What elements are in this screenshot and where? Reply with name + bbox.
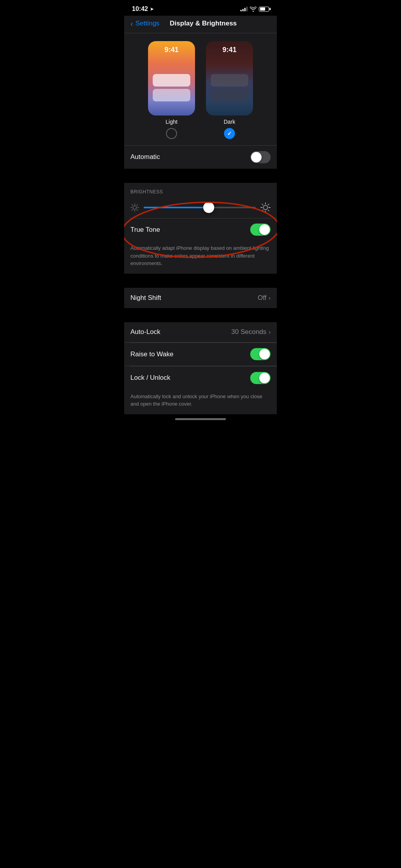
page-title: Display & Brightness (136, 20, 271, 27)
brightness-block: BRIGHTNESS (124, 183, 277, 242)
status-time: 10:42 ➤ (132, 5, 154, 13)
signal-strength (240, 7, 247, 11)
true-tone-toggle[interactable] (250, 224, 271, 236)
checkmark-icon: ✓ (227, 130, 232, 137)
auto-lock-chevron-icon: › (269, 329, 271, 335)
svg-line-15 (268, 210, 269, 211)
raise-to-wake-toggle-thumb (259, 349, 270, 359)
section-gap-2 (124, 274, 277, 288)
light-mode-label: Light (166, 119, 177, 125)
light-mode-preview: 9:41 (148, 41, 195, 115)
night-shift-chevron-icon: › (269, 295, 271, 301)
wifi-icon (250, 7, 256, 12)
lock-unlock-description: Automatically lock and unlock your iPhon… (124, 390, 277, 414)
battery-fill (260, 7, 266, 11)
auto-lock-label: Auto-Lock (130, 328, 161, 336)
brightness-section-label: BRIGHTNESS (124, 186, 277, 199)
true-tone-row: True Tone (124, 218, 277, 241)
automatic-toggle-thumb (251, 152, 262, 162)
home-bar (175, 418, 226, 420)
brightness-slider-thumb[interactable] (203, 202, 214, 213)
signal-bar-1 (240, 10, 242, 11)
automatic-row: Automatic (124, 146, 277, 169)
lock-section: Auto-Lock 30 Seconds › Raise to Wake Loc… (124, 322, 277, 390)
battery-icon (259, 7, 269, 12)
svg-line-6 (137, 209, 137, 210)
light-widget-2 (153, 89, 190, 101)
signal-bar-3 (244, 8, 246, 11)
dark-mode-widgets (211, 74, 248, 104)
brightness-slider[interactable] (144, 207, 256, 208)
brightness-min-icon (130, 203, 139, 212)
brightness-slider-row (124, 199, 277, 218)
dark-mode-radio[interactable]: ✓ (224, 128, 235, 139)
brightness-max-icon (260, 202, 271, 213)
automatic-label: Automatic (130, 153, 160, 161)
true-tone-label: True Tone (130, 226, 160, 234)
appearance-options: 9:41 Light 9:41 Dark ✓ (124, 41, 277, 139)
lock-unlock-toggle[interactable] (250, 372, 271, 384)
light-mode-radio[interactable] (166, 128, 177, 139)
svg-line-17 (262, 210, 263, 211)
dark-widget-2 (211, 89, 248, 101)
raise-to-wake-label: Raise to Wake (130, 350, 173, 358)
dark-mode-preview: 9:41 (206, 41, 253, 115)
appearance-option-dark[interactable]: 9:41 Dark ✓ (206, 41, 253, 139)
appearance-section: 9:41 Light 9:41 Dark ✓ (124, 33, 277, 145)
section-gap-1 (124, 169, 277, 183)
svg-line-16 (268, 204, 269, 205)
raise-to-wake-row: Raise to Wake (124, 343, 277, 366)
svg-point-0 (133, 206, 137, 209)
raise-to-wake-toggle[interactable] (250, 348, 271, 360)
night-shift-row[interactable]: Night Shift Off › (124, 288, 277, 308)
location-icon: ➤ (150, 7, 154, 12)
appearance-option-light[interactable]: 9:41 Light (148, 41, 195, 139)
status-icons (240, 7, 269, 12)
dark-mode-label: Dark (224, 119, 235, 125)
status-bar: 10:42 ➤ (124, 0, 277, 16)
light-mode-widgets (153, 74, 190, 104)
home-indicator[interactable] (124, 414, 277, 423)
true-tone-description: Automatically adapt iPhone display based… (124, 241, 277, 274)
dark-widget-1 (211, 74, 248, 87)
svg-line-5 (132, 204, 133, 205)
time-display: 10:42 (132, 5, 148, 13)
svg-line-14 (262, 204, 263, 205)
night-shift-section: Night Shift Off › (124, 288, 277, 308)
svg-line-8 (132, 209, 133, 210)
signal-bar-4 (246, 7, 247, 11)
night-shift-status: Off (258, 294, 266, 302)
light-widget-1 (153, 74, 190, 87)
automatic-toggle[interactable] (250, 151, 271, 163)
true-tone-toggle-thumb (259, 224, 270, 235)
navigation-header: ‹ Settings Display & Brightness (124, 16, 277, 33)
brightness-slider-fill (144, 207, 209, 208)
lock-unlock-toggle-thumb (259, 373, 270, 383)
signal-bar-2 (242, 9, 244, 11)
section-gap-3 (124, 308, 277, 322)
svg-line-7 (137, 204, 137, 205)
svg-point-9 (264, 205, 268, 209)
lock-unlock-row: Lock / Unlock (124, 366, 277, 390)
lock-unlock-label: Lock / Unlock (130, 374, 170, 382)
auto-lock-row[interactable]: Auto-Lock 30 Seconds › (124, 322, 277, 343)
back-chevron-icon: ‹ (130, 20, 133, 27)
night-shift-value: Off › (258, 294, 271, 302)
brightness-section: BRIGHTNESS (124, 183, 277, 274)
auto-lock-status: 30 Seconds (231, 328, 267, 336)
night-shift-label: Night Shift (130, 294, 161, 302)
automatic-section: Automatic (124, 145, 277, 169)
light-mode-time: 9:41 (148, 46, 195, 54)
dark-mode-time: 9:41 (206, 46, 253, 54)
auto-lock-value: 30 Seconds › (231, 328, 271, 336)
